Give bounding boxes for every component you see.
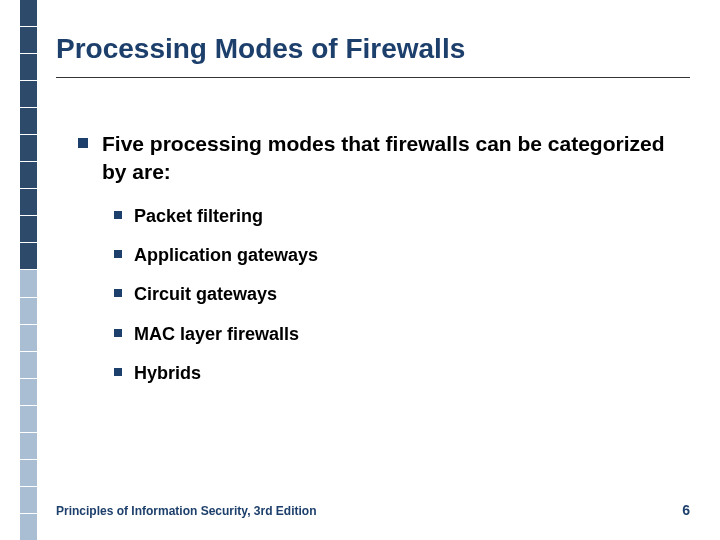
list-item: MAC layer firewalls xyxy=(114,323,680,346)
square-bullet-icon xyxy=(114,211,122,219)
square-bullet-icon xyxy=(78,138,88,148)
list-item: Hybrids xyxy=(114,362,680,385)
footer-source: Principles of Information Security, 3rd … xyxy=(56,504,316,518)
sub-list: Packet filtering Application gateways Ci… xyxy=(114,205,680,386)
slide-footer: Principles of Information Security, 3rd … xyxy=(56,502,690,518)
title-underline xyxy=(56,77,690,78)
list-item: Circuit gateways xyxy=(114,283,680,306)
sub-bullet-text: MAC layer firewalls xyxy=(134,323,299,346)
list-item: Packet filtering xyxy=(114,205,680,228)
main-bullet-text: Five processing modes that firewalls can… xyxy=(102,130,680,187)
slide-title-area: Processing Modes of Firewalls xyxy=(56,34,690,78)
sub-bullet-text: Circuit gateways xyxy=(134,283,277,306)
square-bullet-icon xyxy=(114,289,122,297)
list-item: Five processing modes that firewalls can… xyxy=(78,130,680,187)
sub-bullet-text: Packet filtering xyxy=(134,205,263,228)
left-accent-bars xyxy=(20,0,37,540)
sub-bullet-text: Hybrids xyxy=(134,362,201,385)
square-bullet-icon xyxy=(114,368,122,376)
square-bullet-icon xyxy=(114,329,122,337)
slide-content: Five processing modes that firewalls can… xyxy=(78,130,680,402)
slide-title: Processing Modes of Firewalls xyxy=(56,34,690,65)
sub-bullet-text: Application gateways xyxy=(134,244,318,267)
page-number: 6 xyxy=(682,502,690,518)
square-bullet-icon xyxy=(114,250,122,258)
list-item: Application gateways xyxy=(114,244,680,267)
